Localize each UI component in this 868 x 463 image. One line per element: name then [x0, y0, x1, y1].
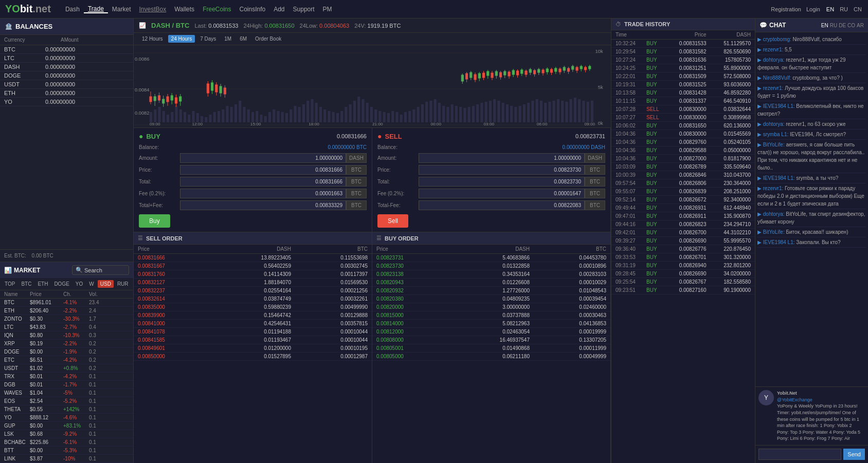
market-tab-eth[interactable]: ETH: [35, 280, 50, 288]
market-row[interactable]: XRP $0.19 -2.2% 0.2: [0, 340, 133, 348]
market-tab-yo[interactable]: YO: [73, 280, 85, 288]
lang-ru[interactable]: RU: [839, 6, 849, 12]
buy-fee-input[interactable]: [180, 189, 346, 198]
buy-order-row[interactable]: 0.00820932 1.27726000 0.01048543: [372, 287, 610, 295]
nav-market[interactable]: Market: [108, 6, 135, 13]
sell-order-row[interactable]: 0.00831666 13.89223405 0.11553698: [134, 254, 372, 262]
buy-order-row[interactable]: 0.00823138 0.34353164 0.00283103: [372, 270, 610, 279]
market-row[interactable]: DOGE $0.00 -1.9% 0.2: [0, 348, 133, 356]
sell-order-row[interactable]: 0.00832614 0.03874749 0.00032261: [134, 295, 372, 303]
buy-order-row[interactable]: 0.00820000 3.00000000 0.02460000: [372, 303, 610, 311]
tf-7d[interactable]: 7 Days: [197, 35, 219, 43]
tf-6m[interactable]: 6M: [237, 35, 250, 43]
buy-price-input[interactable]: [180, 165, 346, 175]
market-tab-top[interactable]: TOP: [2, 280, 17, 288]
chat-username[interactable]: ▶ cryptobomg:: [757, 36, 793, 42]
chat-lang-ru[interactable]: RU: [830, 23, 837, 28]
buy-button[interactable]: Buy: [139, 214, 170, 228]
buy-amount-input[interactable]: [180, 153, 346, 163]
market-row[interactable]: THETA $0.55 +142% 0.1: [0, 405, 133, 414]
nav-coinsinfo[interactable]: CoinsInfo: [235, 6, 269, 13]
market-tab-btc[interactable]: BTC: [19, 280, 34, 288]
nav-pm[interactable]: PM: [319, 6, 336, 13]
chat-username[interactable]: ▶ IEVE1984 L1:: [757, 239, 796, 245]
nav-add[interactable]: Add: [269, 6, 288, 13]
chat-username[interactable]: ▶ srymba L1:: [757, 132, 790, 137]
buy-order-row[interactable]: 0.00812000 0.02463054 0.00019999: [372, 328, 610, 336]
sell-amount-input[interactable]: [419, 153, 585, 163]
chat-lang-de[interactable]: DE: [839, 23, 846, 28]
nav-dash[interactable]: Dash: [61, 6, 84, 13]
market-row[interactable]: LINK $3.87 -10% 0.1: [0, 455, 133, 463]
buy-order-row[interactable]: 0.00820943 0.01226608 0.00010029: [372, 279, 610, 287]
market-row[interactable]: ETH $206.40 -2.2% 2.4: [0, 307, 133, 315]
sell-total-input[interactable]: [419, 177, 585, 187]
buy-order-row[interactable]: 0.00805000 0.06211180 0.00049999: [372, 353, 610, 361]
market-row[interactable]: GUP $0.00 +83.1% 0.1: [0, 422, 133, 430]
logo[interactable]: YObit.net: [5, 3, 51, 15]
sell-order-row[interactable]: 0.00831760 0.14114309 0.00117397: [134, 270, 372, 279]
tf-orderbook[interactable]: Order Book: [252, 35, 284, 43]
sell-order-row[interactable]: 0.00832127 1.88184070 0.01569530: [134, 279, 372, 287]
buy-total-input[interactable]: [180, 177, 346, 187]
chat-lang-co[interactable]: CO: [847, 23, 855, 28]
reg-link[interactable]: Registration: [771, 6, 801, 12]
market-row[interactable]: LTC $43.83 -2.7% 0.4: [0, 323, 133, 331]
tf-1m[interactable]: 1M: [221, 35, 234, 43]
market-row[interactable]: ZONTO $0.30 -30.3% 1.7: [0, 315, 133, 323]
buy-order-row[interactable]: 0.00805001 0.01490868 0.00011999: [372, 344, 610, 353]
market-row[interactable]: LSK $0.68 -9.2% 0.1: [0, 430, 133, 438]
chat-lang-ar[interactable]: AR: [857, 23, 864, 28]
chat-username[interactable]: ▶ IEVE1984 L1:: [757, 175, 796, 181]
search-box[interactable]: 🔍: [72, 265, 129, 275]
market-row[interactable]: TRX $0.01 -4.2% 0.1: [0, 373, 133, 381]
buy-order-row[interactable]: 0.00820380 0.04809235 0.00039454: [372, 295, 610, 303]
chat-username[interactable]: ▶ rezervr1:: [757, 85, 785, 91]
market-row[interactable]: USDT $1.02 +0.8% 0.2: [0, 364, 133, 373]
sell-order-row[interactable]: 0.00835000 0.59880239 0.00499990: [134, 303, 372, 311]
tf-12h[interactable]: 12 Hours: [139, 35, 166, 43]
chat-username[interactable]: ▶ Niro888Vulf:: [757, 75, 792, 81]
market-row[interactable]: DGB $0.01 -1.7% 0.1: [0, 381, 133, 389]
chat-username[interactable]: ▶ rezervr1:: [757, 47, 785, 52]
buy-order-row[interactable]: 0.00814000 5.08212963 0.04136853: [372, 320, 610, 328]
market-row[interactable]: YO $888.12 -4.6% 0.1: [0, 414, 133, 422]
market-tab-usd[interactable]: USD: [98, 280, 114, 288]
buy-order-row[interactable]: 0.00808000 16.46937547 0.13307205: [372, 336, 610, 344]
login-link[interactable]: Login: [806, 6, 820, 12]
buy-totalfee-input[interactable]: [180, 200, 346, 210]
chat-username[interactable]: ▶ rezervr1:: [757, 186, 785, 191]
nav-support[interactable]: Support: [289, 6, 319, 13]
lang-en[interactable]: EN: [825, 6, 835, 12]
sell-order-row[interactable]: 0.00832237 0.02554164 0.00021256: [134, 287, 372, 295]
market-row[interactable]: BTC $8961.01 -4.1% 23.4: [0, 299, 133, 307]
send-button[interactable]: Send: [843, 449, 865, 460]
sell-order-row[interactable]: 0.00831667 0.56402259 0.00302745: [134, 262, 372, 270]
tf-24h[interactable]: 24 Hours: [168, 35, 195, 43]
sell-totalfee-input[interactable]: [419, 200, 585, 210]
sell-order-row[interactable]: 0.00850000 0.01527895 0.00012987: [134, 353, 372, 361]
sell-fee-input[interactable]: [419, 189, 585, 198]
sell-button[interactable]: Sell: [377, 214, 408, 228]
market-row[interactable]: BCHABC $225.86 -6.1% 0.1: [0, 438, 133, 447]
market-tab-doge[interactable]: DOGE: [51, 280, 71, 288]
chat-input[interactable]: [758, 449, 841, 460]
sell-order-row[interactable]: 0.00841078 0.01194188 0.00010044: [134, 328, 372, 336]
chat-username[interactable]: ▶ BitYoLife:: [757, 142, 786, 147]
market-row[interactable]: IQN $0.80 -10.3% 0.3: [0, 331, 133, 340]
nav-wallets[interactable]: Wallets: [170, 6, 198, 13]
sell-order-row[interactable]: 0.00849601 0.01200000 0.00010195: [134, 344, 372, 353]
buy-order-row[interactable]: 0.00823730 0.01322858 0.00010896: [372, 262, 610, 270]
market-search-input[interactable]: [84, 267, 125, 273]
buy-order-row[interactable]: 0.00823731 5.40683866 0.04453780: [372, 254, 610, 262]
chat-username[interactable]: ▶ dohtorya:: [757, 121, 786, 127]
sell-order-row[interactable]: 0.00841000 0.42546431 0.00357815: [134, 320, 372, 328]
nav-investbox[interactable]: InvestBox: [135, 6, 171, 13]
nav-trade[interactable]: Trade: [84, 5, 108, 13]
chat-username[interactable]: ▶ dohtorya:: [757, 57, 786, 63]
market-row[interactable]: ETC $6.51 -4.2% 0.2: [0, 356, 133, 364]
market-tab-w[interactable]: W: [86, 280, 96, 288]
chat-username[interactable]: ▶ IEVE1984 L1:: [757, 103, 796, 109]
lang-cn[interactable]: CN: [853, 6, 863, 12]
sell-order-row[interactable]: 0.00841585 0.01193467 0.00010044: [134, 336, 372, 344]
